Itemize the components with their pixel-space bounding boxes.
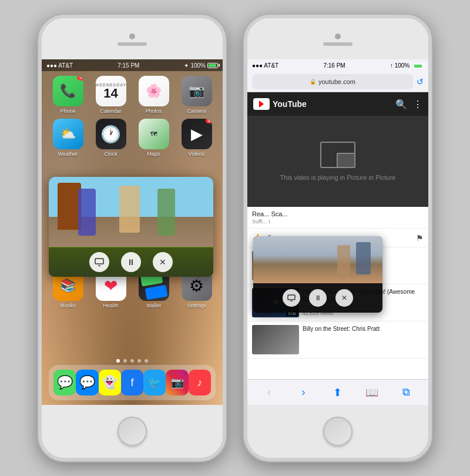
safari-address-field[interactable]: 🔒 youtube.com bbox=[252, 74, 413, 89]
app-ibooks-label: iBooks bbox=[60, 303, 76, 309]
carrier-2: ●●● AT&T bbox=[252, 62, 278, 69]
yt-thumb-3 bbox=[252, 325, 299, 354]
phone-1-screen: ●●● AT&T 7:15 PM ✦ 100% bbox=[42, 59, 223, 405]
app-clock-icon: 🕐 bbox=[96, 119, 126, 149]
tabs-btn[interactable]: ⧉ bbox=[397, 383, 416, 402]
app-weather-icon: ⛅ bbox=[53, 119, 83, 149]
phone-2-bottom bbox=[247, 405, 428, 458]
time-1: 7:15 PM bbox=[118, 62, 139, 69]
bookmarks-icon: 📖 bbox=[365, 386, 378, 399]
share-icon: ⬆ bbox=[333, 386, 342, 399]
bookmarks-btn[interactable]: 📖 bbox=[362, 383, 381, 402]
app-clock-label: Clock bbox=[104, 151, 118, 157]
pip2-video bbox=[253, 236, 382, 283]
carrier-1: ●●● AT&T bbox=[46, 62, 73, 69]
app-phone[interactable]: 📞 3 Phone bbox=[49, 76, 87, 114]
page-dot-2 bbox=[123, 359, 127, 363]
svg-rect-0 bbox=[95, 259, 103, 264]
phone-2-camera bbox=[335, 33, 341, 39]
battery-2: ↑ 100% bbox=[390, 62, 424, 69]
dock-messenger[interactable]: 💬 bbox=[76, 370, 98, 395]
safari-url-bar: 🔒 youtube.com ↺ bbox=[247, 71, 428, 92]
app-calendar[interactable]: WEDNESDAY 14 Calendar bbox=[92, 76, 130, 114]
yt-current-meta: Suffi... t bbox=[252, 219, 424, 224]
pip2-close-btn[interactable]: ✕ bbox=[335, 289, 353, 307]
svg-marker-1 bbox=[97, 265, 102, 266]
app-weather-label: Weather bbox=[58, 151, 78, 157]
battery-1 bbox=[207, 63, 218, 68]
youtube-menu-icon[interactable]: ⋮ bbox=[413, 99, 422, 110]
yt-pip-placeholder: This video is playing in Picture in Pict… bbox=[247, 116, 428, 207]
yt-item-info-3: Billy on the Street: Chris Pratt bbox=[303, 325, 424, 354]
pip-airplay-btn[interactable] bbox=[89, 252, 109, 272]
youtube-play-icon bbox=[259, 100, 264, 108]
phone-1-speaker bbox=[118, 42, 147, 46]
status-right-1: ✦ 100% bbox=[184, 62, 218, 69]
status-bar-1: ●●● AT&T 7:15 PM ✦ 100% bbox=[42, 59, 223, 71]
homescreen: ●●● AT&T 7:15 PM ✦ 100% bbox=[42, 59, 223, 405]
youtube-header-icons: 🔍 ⋮ bbox=[395, 99, 422, 110]
phone-2-speaker bbox=[323, 42, 352, 46]
back-btn[interactable]: ‹ bbox=[260, 383, 278, 402]
home-button-2[interactable] bbox=[323, 417, 352, 446]
forward-btn[interactable]: › bbox=[294, 383, 313, 402]
page-dot-4 bbox=[137, 359, 141, 363]
app-camera[interactable]: 📷 Camera bbox=[177, 76, 216, 114]
dock-music[interactable]: ♪ bbox=[189, 370, 211, 395]
dock-snapchat[interactable]: 👻 bbox=[99, 370, 121, 395]
forward-icon: › bbox=[302, 386, 306, 398]
app-camera-icon: 📷 bbox=[182, 76, 212, 106]
pip2-controls: ⏸ ✕ bbox=[253, 283, 382, 313]
url-text: youtube.com bbox=[318, 78, 355, 85]
dock-messages[interactable]: 💬 bbox=[53, 370, 76, 395]
time-2: 7:16 PM bbox=[323, 62, 345, 69]
page-dot-1 bbox=[116, 359, 120, 363]
app-settings-label: Settings bbox=[187, 303, 206, 309]
app-weather[interactable]: ⛅ Weather bbox=[49, 119, 87, 157]
phone-2-screen: ●●● AT&T 7:16 PM ↑ 100% 🔒 youtube.com ↺ bbox=[247, 59, 428, 405]
page-dot-5 bbox=[145, 359, 148, 363]
yt-flag-btn[interactable]: ⚑ bbox=[416, 233, 424, 243]
app-clock[interactable]: 🕐 Clock bbox=[92, 119, 130, 157]
app-videos[interactable]: ▶ 2 Videos bbox=[177, 119, 216, 157]
homescreen-content: ●●● AT&T 7:15 PM ✦ 100% bbox=[42, 59, 223, 405]
back-icon: ‹ bbox=[267, 386, 271, 398]
battery-fill-1 bbox=[209, 64, 216, 67]
safari-reload-btn[interactable]: ↺ bbox=[417, 77, 424, 86]
lock-icon: 🔒 bbox=[310, 79, 316, 85]
app-grid-1: 📞 3 Phone WEDNESDAY 14 Calendar bbox=[42, 71, 223, 162]
app-maps[interactable]: 🗺 Maps bbox=[135, 119, 173, 157]
youtube-search-icon[interactable]: 🔍 bbox=[395, 99, 407, 110]
pip-controls-1: ⏸ ✕ bbox=[49, 247, 213, 277]
yt-item-title-3: Billy on the Street: Chris Pratt bbox=[303, 325, 424, 333]
dock-twitter[interactable]: 🐦 bbox=[143, 370, 166, 395]
pip2-pause-btn[interactable]: ⏸ bbox=[309, 289, 327, 307]
tabs-icon: ⧉ bbox=[402, 386, 410, 398]
pip2-airplay-btn[interactable] bbox=[283, 289, 300, 307]
phone-2: ●●● AT&T 7:16 PM ↑ 100% 🔒 youtube.com ↺ bbox=[244, 15, 432, 461]
app-photos[interactable]: 🌸 Photos bbox=[135, 76, 173, 114]
app-maps-icon: 🗺 bbox=[139, 119, 169, 149]
safari-status-bar: ●●● AT&T 7:16 PM ↑ 100% bbox=[247, 59, 428, 71]
page-dot-3 bbox=[130, 359, 134, 363]
app-wallet-label: Wallet bbox=[146, 303, 161, 309]
home-button-1[interactable] bbox=[118, 417, 147, 446]
app-calendar-label: Calendar bbox=[100, 108, 122, 114]
youtube-title: YouTube bbox=[273, 99, 307, 109]
app-phone-label: Phone bbox=[60, 108, 75, 114]
app-videos-icon: ▶ 2 bbox=[182, 119, 212, 149]
pip-pause-btn[interactable]: ⏸ bbox=[121, 252, 141, 272]
share-btn[interactable]: ⬆ bbox=[328, 383, 347, 402]
dock-instagram[interactable]: 📷 bbox=[166, 370, 188, 395]
pip-2[interactable]: ⏸ ✕ bbox=[253, 236, 382, 313]
phone-1-top bbox=[42, 18, 223, 59]
yt-list-item-3[interactable]: Billy on the Street: Chris Pratt bbox=[247, 321, 428, 358]
bluetooth-icon-1: ✦ bbox=[184, 62, 189, 69]
pip-close-btn[interactable]: ✕ bbox=[153, 252, 173, 272]
dock-mail[interactable]: f bbox=[121, 370, 143, 395]
youtube-header: YouTube 🔍 ⋮ bbox=[247, 92, 428, 116]
pip-overlay-1[interactable]: ⏸ ✕ bbox=[49, 177, 213, 277]
yt-content: Rea... Sca... Suffi... t 👍 9... ⚑ bbox=[247, 207, 428, 379]
youtube-logo: YouTube bbox=[253, 98, 307, 110]
phone-1-camera bbox=[129, 33, 135, 39]
